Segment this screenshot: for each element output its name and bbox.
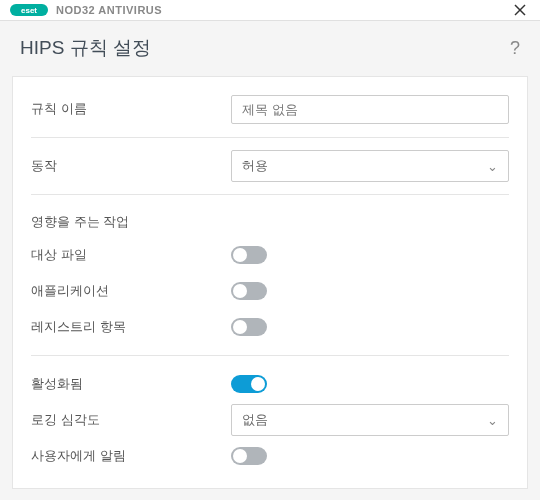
target-files-toggle[interactable] (231, 246, 267, 264)
action-select[interactable]: 허용 ⌄ (231, 150, 509, 182)
operations-section-title: 영향을 주는 작업 (31, 213, 509, 231)
log-severity-row: 로깅 심각도 없음 ⌄ (31, 402, 509, 438)
registry-toggle[interactable] (231, 318, 267, 336)
divider (31, 194, 509, 195)
registry-row: 레지스트리 항목 (31, 309, 509, 345)
enabled-row: 활성화됨 (31, 366, 509, 402)
target-files-label: 대상 파일 (31, 246, 231, 264)
chevron-down-icon: ⌄ (487, 159, 498, 174)
brand-logo: eset (10, 3, 50, 17)
enabled-toggle[interactable] (231, 375, 267, 393)
page-header: HIPS 규칙 설정 ? (0, 21, 540, 71)
registry-label: 레지스트리 항목 (31, 318, 231, 336)
action-row: 동작 허용 ⌄ (31, 148, 509, 184)
rule-name-row: 규칙 이름 (31, 91, 509, 127)
divider (31, 137, 509, 138)
rule-name-input[interactable] (231, 95, 509, 124)
action-label: 동작 (31, 157, 231, 175)
target-files-row: 대상 파일 (31, 237, 509, 273)
applications-row: 애플리케이션 (31, 273, 509, 309)
notify-user-row: 사용자에게 알림 (31, 438, 509, 474)
product-name: NOD32 ANTIVIRUS (56, 4, 162, 16)
close-icon[interactable] (510, 0, 530, 20)
chevron-down-icon: ⌄ (487, 413, 498, 428)
form-panel: 규칙 이름 동작 허용 ⌄ 영향을 주는 작업 대상 파일 애플리케이션 레지스… (12, 76, 528, 489)
log-severity-selected: 없음 (242, 411, 268, 429)
log-severity-label: 로깅 심각도 (31, 411, 231, 429)
notify-user-label: 사용자에게 알림 (31, 447, 231, 465)
applications-toggle[interactable] (231, 282, 267, 300)
log-severity-select[interactable]: 없음 ⌄ (231, 404, 509, 436)
enabled-label: 활성화됨 (31, 375, 231, 393)
svg-text:eset: eset (21, 6, 37, 15)
help-icon[interactable]: ? (510, 38, 520, 59)
divider (31, 355, 509, 356)
page-title: HIPS 규칙 설정 (20, 35, 151, 61)
applications-label: 애플리케이션 (31, 282, 231, 300)
titlebar: eset NOD32 ANTIVIRUS (0, 0, 540, 21)
notify-user-toggle[interactable] (231, 447, 267, 465)
action-selected: 허용 (242, 157, 268, 175)
rule-name-label: 규칙 이름 (31, 100, 231, 118)
